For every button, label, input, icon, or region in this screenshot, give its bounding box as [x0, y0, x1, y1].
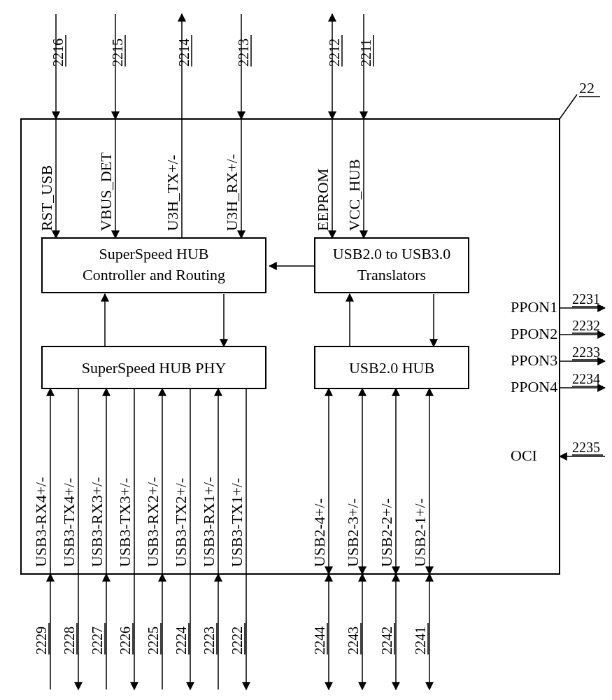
u2-signal-label-1: USB2-3+/-	[344, 498, 362, 567]
u2-signal-num-3: 2241	[413, 626, 428, 654]
ss-signal-label-4: USB3-RX2+/-	[144, 477, 162, 567]
ss-signal-label-5: USB3-TX2+/-	[172, 478, 190, 567]
block-controller-label1: SuperSpeed HUB	[99, 245, 208, 262]
top-signal-label-5: VCC_HUB	[346, 159, 363, 231]
right-signal-num-2: 2233	[572, 344, 600, 360]
ss-signal-num-3: 2226	[118, 626, 133, 654]
ss-signal-num-0: 2229	[34, 626, 49, 654]
ss-signal-label-6: USB3-RX1+/-	[200, 477, 218, 567]
ss-signal-label-2: USB3-RX3+/-	[88, 477, 106, 567]
ss-signal-label-0: USB3-RX4+/-	[32, 477, 50, 567]
top-signal-label-3: U3H_RX+/-	[223, 154, 241, 231]
block-phy-label: SuperSpeed HUB PHY	[82, 359, 227, 377]
right-signal-num-0: 2231	[572, 291, 600, 307]
top-signal-num-2: 2214	[176, 38, 192, 66]
top-signal-label-4: EEPROM	[314, 169, 332, 231]
right-signal-num-3: 2234	[572, 371, 600, 386]
ref-label: 22	[579, 79, 595, 97]
block-controller-label2: Controller and Routing	[83, 266, 225, 284]
block-usb2hub-label: USB2.0 HUB	[349, 359, 434, 377]
u2-signal-num-0: 2244	[312, 626, 327, 654]
top-signal-num-3: 2213	[236, 38, 251, 66]
u2-signal-num-1: 2243	[346, 626, 361, 654]
right-signal-num-4: 2235	[572, 440, 600, 455]
ss-signal-num-6: 2223	[201, 626, 217, 654]
right-signal-label-0: PPON1	[511, 298, 557, 316]
top-signal-num-1: 2215	[110, 38, 125, 66]
ss-signal-num-4: 2225	[145, 626, 161, 654]
top-signal-label-0: RST_USB	[38, 165, 55, 231]
top-signal-num-0: 2216	[50, 38, 66, 66]
u2-signal-label-3: USB2-1+/-	[411, 498, 429, 567]
right-signal-label-4: OCI	[511, 447, 537, 464]
right-signal-label-2: PPON3	[511, 351, 557, 369]
top-signal-label-2: U3H_TX+/-	[164, 155, 181, 231]
ss-signal-num-7: 2222	[229, 626, 245, 654]
block-translators-label1: USB2.0 to USB3.0	[333, 245, 451, 262]
top-signal-label-1: VBUS_DET	[97, 152, 115, 231]
ref-leader	[560, 94, 577, 119]
right-signal-label-1: PPON2	[511, 325, 557, 342]
right-signal-num-1: 2232	[572, 318, 600, 333]
ss-signal-num-1: 2228	[62, 626, 77, 654]
top-signal-num-4: 2212	[327, 38, 342, 66]
ss-signal-num-5: 2224	[173, 626, 189, 654]
u2-signal-label-0: USB2-4+/-	[311, 498, 328, 567]
u2-signal-label-2: USB2-2+/-	[378, 498, 395, 567]
top-signal-num-5: 2211	[358, 39, 373, 66]
u2-signal-num-2: 2242	[379, 626, 394, 654]
block-translators-label2: Translators	[357, 266, 426, 284]
ss-signal-label-7: USB3-TX1+/-	[228, 478, 245, 567]
ss-signal-num-2: 2227	[90, 626, 105, 654]
right-signal-label-3: PPON4	[511, 378, 557, 396]
ss-signal-label-3: USB3-TX3+/-	[116, 478, 134, 567]
ss-signal-label-1: USB3-TX4+/-	[60, 478, 78, 567]
block-diagram: 22 SuperSpeed HUB Controller and Routing…	[0, 0, 612, 700]
